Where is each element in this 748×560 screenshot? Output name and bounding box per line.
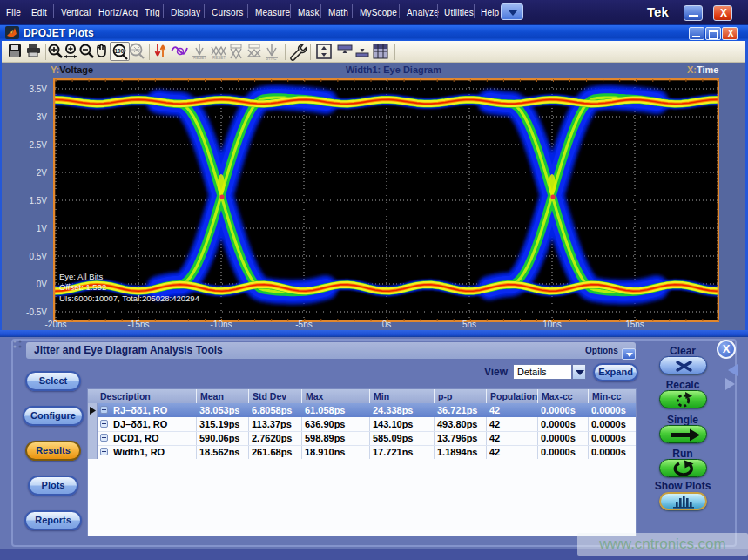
svg-text:100: 100 xyxy=(115,48,125,54)
svg-text:Offset: 1.592: Offset: 1.592 xyxy=(59,282,106,292)
svg-text:RESET: RESET xyxy=(212,56,226,60)
svg-text:UIs:6000:10007, Total:205028:4: UIs:6000:10007, Total:205028:420294 xyxy=(59,293,199,303)
svg-text:RESET: RESET xyxy=(193,56,206,60)
svg-text:Eye: All Bits: Eye: All Bits xyxy=(59,272,103,281)
svg-text:SYNC: SYNC xyxy=(266,57,277,60)
